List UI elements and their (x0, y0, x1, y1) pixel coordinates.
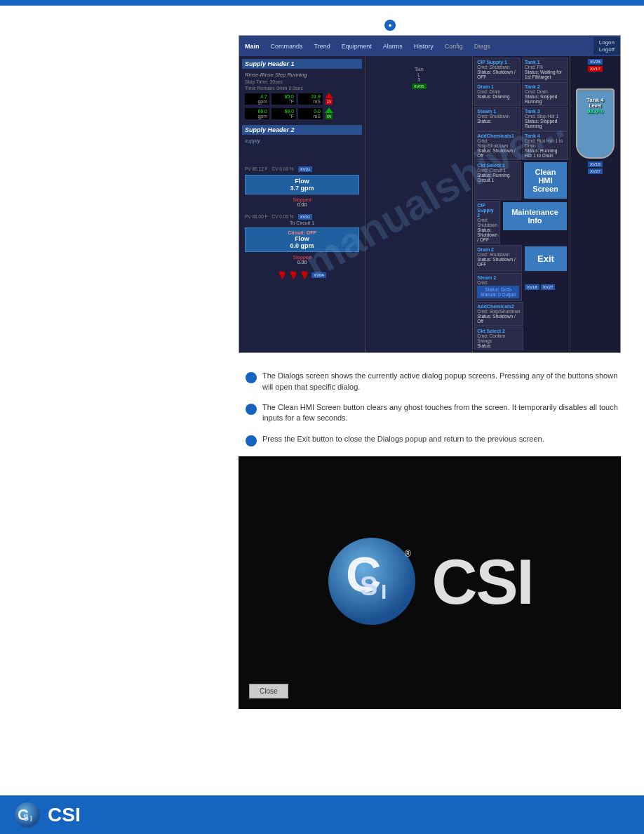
bullet-3-text: Press the Exit button to close the Dialo… (262, 434, 544, 444)
cip-supply-2-status[interactable]: CIP Supply 2 Cmd: Shutdown Status: Shutd… (474, 201, 500, 244)
status-row-2: Drain 1 Cmd: Drain Status: Draining Tank… (474, 82, 568, 106)
supply-header-2-label: Supply Header 2 (242, 125, 362, 135)
csi-circle-logo: C S I ® (326, 536, 417, 630)
status-row-1: CIP Supply 1 Cmd: Shutdown Status: Shutd… (474, 58, 568, 81)
stopped-label-2: Stopped (245, 255, 359, 260)
svg-text:I: I (381, 580, 387, 603)
svg-text:S: S (23, 813, 29, 823)
pv-cv-1: PV 80.12 FCV 0.00 % XV31 (242, 166, 362, 173)
cip-supply-1-status[interactable]: CIP Supply 1 Cmd: Shutdown Status: Shutd… (474, 58, 521, 81)
nav-commands[interactable]: Commands (265, 41, 309, 52)
clean-hmi-screen-button[interactable]: Clean HMI Screen (524, 162, 567, 199)
addchem1-status[interactable]: AddChemicals1 Cmd: Stop/Shutdown Status:… (474, 131, 521, 160)
flow-box-1[interactable]: Flow 3.7 gpm (245, 175, 359, 194)
circuit-label: To Circuit 1 (242, 220, 362, 225)
drain-2-status[interactable]: Drain 2 Cmd: Shutdown Status: Shutdown /… (474, 245, 522, 272)
hmi-body: Supply Header 1 Rinse-Rinse Step Running… (239, 56, 620, 352)
hmi-status-panel: CIP Supply 1 Cmd: Shutdown Status: Shutd… (473, 56, 570, 352)
supply-time-remain: Time Remain: 0min 0.0sec (242, 85, 362, 91)
supply-header-1-status: Rinse-Rinse Step Running (242, 71, 362, 79)
flow-box-2[interactable]: Circuit: OFF Flow 0.0 gpm (245, 227, 359, 252)
nav-main[interactable]: Main (239, 41, 265, 52)
hmi-left-panel: Supply Header 1 Rinse-Rinse Step Running… (239, 56, 365, 352)
footer-bar: C S I CSI (0, 795, 644, 834)
nav-logon[interactable]: LogonLogoff (593, 37, 620, 55)
supply-header-1-label: Supply Header 1 (242, 59, 362, 69)
cktselect1-status[interactable]: Ckt Select 1 Cmd: Circuit 1 Status: Runn… (474, 161, 521, 200)
footer-csi-text: CSI (48, 804, 81, 826)
tank-4-status[interactable]: Tank 4 Cmd: Run Hdr 1 to Drain Status: R… (522, 131, 568, 160)
close-button[interactable]: Close (249, 684, 288, 699)
top-bar (0, 0, 644, 6)
supply-sublabel: supply (242, 137, 362, 145)
hmi-middle-panel: Tan L 3 XV05 (365, 56, 473, 352)
left-sidebar (14, 20, 239, 709)
nav-alarms[interactable]: Alarms (377, 41, 408, 52)
status-row-7: Drain 2 Cmd: Shutdown Status: Shutdown /… (474, 245, 568, 272)
status-row-9: AddChemicals2 Cmd: Stop/Shutdown Status:… (474, 302, 568, 326)
svg-text:®: ® (405, 549, 411, 559)
nav-history[interactable]: History (408, 41, 439, 52)
status-row-8: Steam 2 Cmd: Status: GoTo Manual: 0 Outp… (474, 273, 568, 301)
svg-text:I: I (30, 815, 32, 823)
status-row-5: Ckt Select 1 Cmd: Circuit 1 Status: Runn… (474, 161, 568, 200)
addchem2-status[interactable]: AddChemicals2 Cmd: Stop/Shutdown Status:… (474, 302, 523, 326)
pv-cv-2: PV 68.00 FCV 0.00 % XV31 (242, 213, 362, 220)
footer-logo: C S I CSI (14, 802, 81, 828)
tank4-visual: Tank 4 Level 98.0% (576, 88, 615, 159)
meas-gpm-2: 68.0gpm (245, 108, 269, 119)
nav-config[interactable]: Config (439, 41, 469, 52)
status-row-4: AddChemicals1 Cmd: Stop/Shutdown Status:… (474, 131, 568, 160)
steam-2-status[interactable]: Steam 2 Cmd: Status: GoTo Manual: 0 Outp… (474, 273, 522, 301)
hmi-tank4-panel: XV26 XV17 Tank 4 Level 98.0% (570, 56, 620, 352)
meas-gpm-1: 4.7gpm (245, 93, 269, 105)
csi-logo-section: C S I ® CSI Close (239, 456, 621, 709)
nav-trend[interactable]: Trend (309, 41, 336, 52)
bullet-1-text: The Dialogs screen shows the currently a… (262, 371, 630, 392)
hmi-screenshot: Main Commands Trend Equipment Alarms His… (239, 35, 630, 353)
meas-temp-1: 85.0°F (271, 93, 296, 105)
meas-temp-2: 68.0°F (271, 108, 296, 119)
meas-ms-1: 21.9mS (298, 93, 323, 105)
nav-equipment[interactable]: Equipment (336, 41, 377, 52)
bullet-1-indicator (246, 372, 257, 383)
tank-3-status[interactable]: Tank 3 Cmd: Stop Hdr 1 Status: Stopped R… (522, 107, 568, 131)
svg-text:S: S (360, 571, 377, 601)
csi-logo-container: C S I ® CSI (326, 536, 532, 630)
exit-button[interactable]: Exit (525, 246, 567, 271)
status-row-3: Steam 1 Cmd: Shutdown Status: Tank 3 Cmd… (474, 107, 568, 131)
measurements-row-2: 68.0gpm 68.0°F 0.0mS XV (242, 106, 362, 121)
steam-1-status[interactable]: Steam 1 Cmd: Shutdown Status: (474, 107, 521, 131)
supply-stop-time: Stop Time: 30sec (242, 79, 362, 85)
tank-1-status[interactable]: Tank 1 Cmd: Fill Status: Waiting for 1st… (522, 58, 568, 81)
bullet-1-dot: ● (384, 20, 396, 31)
right-content: ● Main Commands Trend Equipment Alarms H… (239, 20, 630, 709)
tank-2-status[interactable]: Tank 2 Cmd: Drain Status: Stopped Runnin… (522, 82, 568, 106)
hmi-container: Main Commands Trend Equipment Alarms His… (239, 35, 621, 353)
bullets-area: The Dialogs screen shows the currently a… (239, 362, 630, 446)
status-row-6: CIP Supply 2 Cmd: Shutdown Status: Shutd… (474, 201, 568, 244)
status-row-10: Ckt Select 2 Cmd: Confirm Swings Status: (474, 326, 568, 350)
maintenance-info-button[interactable]: Maintenance Info (503, 202, 567, 230)
bullet-3-indicator (246, 435, 257, 446)
bullet-2-indicator (246, 404, 257, 415)
hmi-nav[interactable]: Main Commands Trend Equipment Alarms His… (239, 36, 620, 56)
csi-text-logo: CSI (431, 546, 532, 618)
measurements-row-1: 4.7gpm 85.0°F 21.9mS XV (242, 91, 362, 106)
drain-1-status[interactable]: Drain 1 Cmd: Drain Status: Draining (474, 82, 521, 106)
stopped-label-1: Stopped (245, 197, 359, 202)
cktselect2-status[interactable]: Ckt Select 2 Cmd: Confirm Swings Status: (474, 326, 523, 350)
nav-diags[interactable]: Diags (469, 41, 496, 52)
bullet-2-text: The Clean HMI Screen button clears any g… (262, 402, 630, 424)
meas-ms-2: 0.0mS (298, 108, 323, 119)
